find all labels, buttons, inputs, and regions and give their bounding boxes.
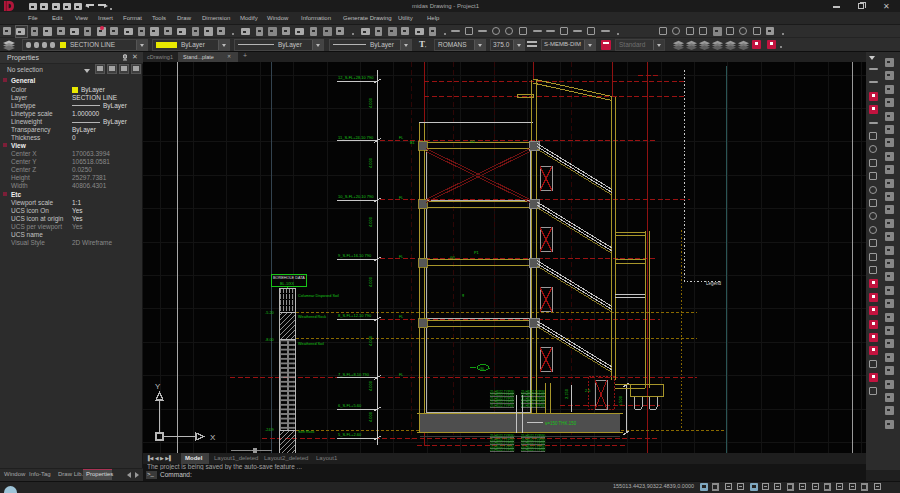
svg-text:4.000: 4.000: [368, 157, 373, 168]
svg-text:2.150: 2.150: [564, 388, 569, 399]
svg-text:12_S-FL+28.10 790: 12_S-FL+28.10 790: [338, 75, 374, 80]
svg-text:5_S-FL+2.60: 5_S-FL+2.60: [338, 432, 362, 437]
svg-text:G1: G1: [470, 140, 475, 144]
svg-text:4.000: 4.000: [368, 411, 373, 422]
svg-text:4.000: 4.000: [368, 276, 373, 287]
svg-text:GL: GL: [480, 366, 486, 371]
svg-text:s=150 THK.150: s=150 THK.150: [545, 421, 577, 426]
svg-text:B1: B1: [410, 141, 415, 145]
svg-text:4.000: 4.000: [368, 380, 373, 391]
svg-text:Columnar Disposed Soil: Columnar Disposed Soil: [298, 294, 339, 298]
svg-text:Soft Rock: Soft Rock: [298, 430, 315, 434]
svg-text:25-HD22-TYP(S): 25-HD22-TYP(S): [521, 448, 545, 452]
svg-text:Legend: Legend: [706, 281, 722, 286]
svg-text:1.500: 1.500: [618, 395, 623, 406]
svg-text:4.000: 4.000: [368, 335, 373, 346]
svg-text:Weathered Rock: Weathered Rock: [298, 315, 326, 319]
svg-text:G1: G1: [450, 256, 455, 260]
svg-text:6_S-FL+5.60: 6_S-FL+5.60: [338, 403, 362, 408]
svg-text:Weathered Soil: Weathered Soil: [298, 342, 324, 346]
svg-text:BOREHOLE DATA: BOREHOLE DATA: [273, 276, 305, 280]
svg-text:2.5: 2.5: [585, 389, 590, 393]
svg-text:FL: FL: [399, 136, 403, 140]
svg-text:g: g: [462, 293, 464, 297]
svg-text:-8.00: -8.00: [265, 338, 274, 342]
svg-text:-24.9: -24.9: [265, 428, 274, 432]
svg-text:P1: P1: [474, 251, 479, 255]
svg-text:FL: FL: [399, 196, 403, 200]
svg-text:BL-1/XX: BL-1/XX: [280, 282, 295, 286]
svg-text:FL: FL: [399, 373, 403, 377]
svg-text:FL: FL: [399, 315, 403, 319]
svg-text:Y: Y: [155, 382, 161, 391]
svg-text:4.000: 4.000: [368, 216, 373, 227]
svg-text:25-HD22-TYP(S): 25-HD22-TYP(S): [490, 448, 514, 452]
svg-text:8_S-FL+12.10 790: 8_S-FL+12.10 790: [338, 313, 372, 318]
svg-text:4.000: 4.000: [368, 97, 373, 108]
svg-text:-5.20: -5.20: [265, 311, 274, 315]
svg-text:25-HD22-TYP(S): 25-HD22-TYP(S): [490, 404, 514, 408]
svg-text:X: X: [210, 433, 216, 442]
svg-text:FL: FL: [399, 255, 403, 259]
svg-text:7_S-FL+8.10 790: 7_S-FL+8.10 790: [338, 372, 370, 377]
svg-text:9_S-FL+16.10 790: 9_S-FL+16.10 790: [338, 253, 372, 258]
svg-text:25-HD22-TYP(S): 25-HD22-TYP(S): [521, 404, 545, 408]
svg-text:10_S-FL+20.10 790: 10_S-FL+20.10 790: [338, 194, 374, 199]
svg-text:11_S-FL+24.10 790: 11_S-FL+24.10 790: [338, 135, 374, 140]
